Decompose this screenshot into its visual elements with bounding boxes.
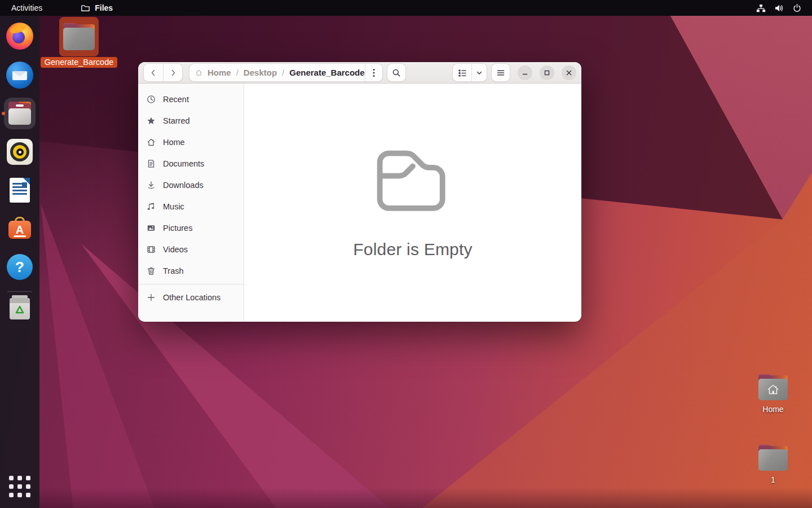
sidebar-item-music[interactable]: Music	[138, 196, 244, 217]
breadcrumb-desktop[interactable]: Desktop	[244, 68, 277, 77]
sidebar-item-videos[interactable]: Videos	[138, 239, 244, 260]
sidebar-item-label: Documents	[163, 159, 204, 168]
window-body: Recent Starred H	[138, 84, 581, 321]
folder-icon	[758, 445, 788, 471]
path-root-home-icon	[195, 69, 202, 76]
dock-item-trash[interactable]	[6, 294, 33, 321]
download-icon	[147, 181, 156, 190]
search-button[interactable]	[387, 63, 406, 82]
sidebar-item-trash[interactable]: Trash	[138, 260, 244, 282]
breadcrumb-separator: /	[282, 68, 284, 77]
focused-app-label: Files	[95, 3, 113, 12]
app-grid-button[interactable]	[6, 473, 33, 500]
maximize-button[interactable]	[540, 65, 554, 80]
network-wired-icon	[756, 3, 766, 13]
files-window: Home / Desktop / Generate_Barcode	[138, 62, 581, 322]
path-bar: Home / Desktop / Generate_Barcode	[189, 63, 383, 82]
sidebar-item-downloads[interactable]: Downloads	[138, 174, 244, 196]
power-icon	[792, 3, 802, 13]
hamburger-menu-icon	[496, 68, 505, 77]
rhythmbox-icon	[7, 139, 33, 165]
window-headerbar: Home / Desktop / Generate_Barcode	[138, 62, 581, 84]
dock-item-help[interactable]: ?	[6, 253, 33, 281]
desktop-icon-label: 1	[771, 475, 775, 484]
dock: A ?	[0, 16, 39, 508]
thunderbird-icon	[6, 62, 33, 89]
top-bar: Activities Files	[0, 0, 812, 16]
desktop-icon-generate-barcode[interactable]: Generate_Barcode	[44, 17, 114, 68]
music-note-icon	[147, 202, 156, 211]
maximize-icon	[544, 69, 550, 76]
sidebar-item-documents[interactable]: Documents	[138, 153, 244, 174]
desktop-icon-selection	[59, 17, 99, 56]
sidebar-item-recent[interactable]: Recent	[138, 89, 244, 110]
forward-button[interactable]	[163, 64, 182, 81]
search-icon	[392, 68, 401, 77]
close-button[interactable]	[562, 65, 576, 80]
sidebar-item-starred[interactable]: Starred	[138, 110, 244, 132]
chevron-right-icon	[169, 68, 178, 77]
desktop-screen: Activities Files	[0, 0, 812, 508]
view-toggle-group	[452, 63, 487, 82]
kebab-menu-icon	[373, 68, 375, 77]
trash-icon	[147, 266, 156, 275]
dock-item-files[interactable]	[6, 100, 33, 127]
list-view-icon	[458, 68, 467, 77]
main-menu-button[interactable]	[491, 63, 510, 82]
sidebar-item-label: Music	[163, 202, 184, 211]
focused-app-menu[interactable]: Files	[81, 3, 113, 13]
libreoffice-writer-icon	[10, 178, 30, 203]
sidebar-item-home[interactable]: Home	[138, 132, 244, 153]
empty-folder-icon	[370, 146, 455, 217]
recent-clock-icon	[147, 95, 156, 104]
list-view-button[interactable]	[453, 64, 471, 81]
path-options-button[interactable]	[365, 64, 382, 81]
chevron-down-icon	[475, 69, 483, 77]
sidebar-item-label: Downloads	[163, 181, 204, 190]
sidebar-item-label: Home	[163, 138, 185, 147]
ubuntu-software-icon: A	[6, 214, 33, 242]
minimize-button[interactable]	[518, 65, 532, 80]
folder-icon	[63, 23, 95, 50]
sidebar-item-label: Pictures	[163, 224, 192, 233]
volume-icon	[774, 3, 784, 13]
dock-item-rhythmbox[interactable]	[6, 138, 33, 165]
sidebar-item-label: Other Locations	[163, 293, 220, 302]
history-nav-group	[143, 63, 183, 82]
dock-item-firefox[interactable]	[6, 23, 33, 50]
files-app-icon	[81, 3, 90, 13]
breadcrumb-current[interactable]: Generate_Barcode	[289, 68, 364, 77]
picture-icon	[147, 224, 156, 233]
folder-icon	[758, 374, 788, 400]
dock-running-indicator	[2, 112, 5, 115]
system-status-area[interactable]	[756, 3, 812, 13]
sidebar-separator	[138, 284, 244, 284]
back-button[interactable]	[144, 64, 163, 81]
help-icon: ?	[7, 254, 33, 280]
dock-item-ubuntu-software[interactable]: A	[6, 214, 33, 242]
breadcrumb-separator: /	[236, 68, 239, 77]
folder-view[interactable]: Folder is Empty	[244, 84, 581, 321]
view-options-dropdown[interactable]	[471, 64, 487, 81]
breadcrumb-home[interactable]: Home	[208, 68, 231, 77]
home-icon	[147, 138, 156, 147]
dock-separator	[7, 291, 32, 292]
files-icon	[6, 100, 33, 127]
star-icon	[147, 116, 156, 125]
minimize-icon	[522, 69, 528, 76]
trash-icon	[9, 295, 30, 320]
places-sidebar: Recent Starred H	[138, 84, 244, 321]
chevron-left-icon	[149, 68, 158, 77]
desktop-icon-label: Generate_Barcode	[41, 57, 118, 68]
desktop-icon-home[interactable]: Home	[746, 374, 800, 414]
desktop-icon-folder-1[interactable]: 1	[746, 445, 800, 484]
sidebar-item-label: Videos	[163, 245, 188, 254]
document-icon	[147, 159, 156, 168]
dock-item-thunderbird[interactable]	[6, 62, 33, 89]
activities-button[interactable]: Activities	[0, 0, 54, 16]
sidebar-item-pictures[interactable]: Pictures	[138, 217, 244, 239]
firefox-icon	[6, 23, 33, 50]
sidebar-item-label: Recent	[163, 95, 189, 104]
dock-item-libreoffice-writer[interactable]	[6, 177, 33, 204]
sidebar-item-other-locations[interactable]: Other Locations	[138, 287, 244, 308]
